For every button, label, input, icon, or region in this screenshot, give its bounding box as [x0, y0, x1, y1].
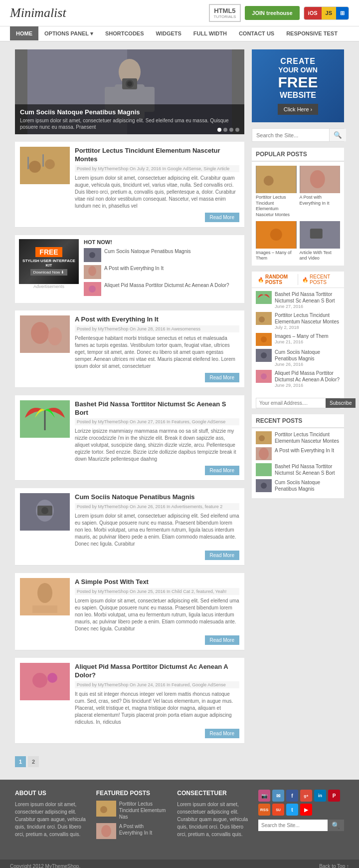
social-rss[interactable]: RSS: [258, 804, 270, 816]
recent-posts-section: Recent Posts Porttitor Lectus Tincidunt …: [252, 414, 344, 498]
post-2: A Post with Everything In It Posted by M…: [15, 310, 244, 388]
tab-random[interactable]: 🔥 RANDOM POSTS: [256, 272, 296, 288]
social-facebook[interactable]: f: [286, 790, 298, 802]
social-twitter[interactable]: t: [286, 804, 298, 816]
social-email[interactable]: ✉: [272, 790, 284, 802]
email-input[interactable]: [256, 398, 326, 408]
hot-thumb-2: [84, 265, 101, 279]
post-6-thumb: [20, 663, 70, 700]
popular-item-4[interactable]: Article With Text and Video: [300, 221, 341, 262]
social-pinterest[interactable]: P: [328, 790, 340, 802]
logo[interactable]: Minimalist: [10, 5, 66, 20]
social-stumbleupon[interactable]: SU: [272, 804, 284, 816]
nav-item-fullwidth[interactable]: FULL WIDTH: [187, 26, 233, 41]
page-1-btn[interactable]: 1: [15, 756, 26, 767]
post-1-read-more[interactable]: Read More: [205, 213, 239, 222]
win-badge: ⊞: [336, 7, 349, 19]
svg-point-55: [259, 448, 269, 460]
social-youtube[interactable]: ▶: [300, 804, 312, 816]
website-ad[interactable]: CREATE YOUR OWN FREE WEBSITE Click Here …: [252, 49, 344, 122]
post-1-title[interactable]: Porttitor Lectus Tincidunt Elementum Nas…: [75, 147, 239, 164]
hot-item-1[interactable]: Cum Sociis Natoque Penatibus Magnis: [84, 248, 240, 262]
recent-title-3: Bashet Pid Nassa Torttitor Nictumst Sc A…: [275, 463, 340, 476]
random-item-5[interactable]: Aliquet Pid Massa Porttitor Dictumst Ac …: [256, 370, 340, 388]
social-instagram[interactable]: 📷: [258, 790, 270, 802]
post-5-meta: Posted by MyThemeShop On June 25, 2016 I…: [75, 588, 239, 595]
random-date-2: July 2, 2018: [275, 325, 340, 330]
random-title-4: Cum Sociis Natoque Penatibus Magnis: [275, 349, 340, 362]
footer-about-text: Lorem ipsum dolor sit amet, consectetuer…: [15, 801, 86, 838]
hot-item-2[interactable]: A Post with Everything In It: [84, 265, 240, 279]
subscribe-btn[interactable]: Subscribe: [326, 398, 356, 408]
treehouse-btn[interactable]: JOIN treehouse: [245, 6, 299, 20]
nav-item-home[interactable]: HOME: [10, 26, 38, 41]
post-3-content: Bashet Pid Nassa Torttitor Nictumst Sc A…: [75, 400, 239, 476]
recent-item-4[interactable]: Cum Sociis Natoque Penatibus Magnis: [256, 479, 340, 492]
random-date-4: June 26, 2016: [275, 362, 340, 367]
post-2-title[interactable]: A Post with Everything In It: [75, 315, 239, 324]
popular-item-1[interactable]: Porttitor Lectus Tincidunt Elementum Nas…: [256, 166, 297, 218]
post-3-title[interactable]: Bashet Pid Nassa Torttitor Nictumst Sc A…: [75, 400, 239, 417]
nav-item-shortcodes[interactable]: SHORTCODES: [99, 26, 150, 41]
nav-item-contact[interactable]: CONTACT US: [233, 26, 280, 41]
random-item-3[interactable]: Images – Many of Them June 21, 2016: [256, 333, 340, 346]
random-text-5: Aliquet Pid Massa Porttitor Dictumst Ac …: [275, 370, 340, 388]
nav-item-options[interactable]: OPTIONS PANEL ▾: [38, 26, 99, 41]
post-4-title[interactable]: Cum Sociis Natoque Penatibus Magnis: [75, 493, 239, 502]
back-to-top[interactable]: Back to Top ↑: [319, 864, 349, 868]
pagination: 1 2: [15, 751, 244, 772]
footer-search-input[interactable]: [258, 820, 328, 831]
random-item-4[interactable]: Cum Sociis Natoque Penatibus Magnis June…: [256, 349, 340, 367]
nav-item-responsive[interactable]: RESPONSIVE TEST: [280, 26, 344, 41]
random-item-1[interactable]: Bashet Pid Nassa Torttitor Nictumst Sc A…: [256, 291, 340, 309]
footer-search-btn[interactable]: 🔍: [328, 820, 344, 831]
social-linkedin[interactable]: in: [314, 790, 326, 802]
post-1-thumb: [20, 147, 70, 184]
post-6-meta: Posted by MyThemeShop On June 24, 2016 I…: [75, 681, 239, 688]
nav-item-widgets[interactable]: WIDGETS: [150, 26, 187, 41]
tab-recent-label: RECENT POSTS: [310, 274, 338, 285]
footer-post-1[interactable]: Porttitor Lectus Tincidunt Elementum Nas: [96, 801, 168, 820]
svg-point-17: [88, 266, 96, 276]
svg-point-27: [41, 507, 48, 514]
recent-item-2[interactable]: A Post with Everything In It: [256, 447, 340, 460]
svg-rect-56: [256, 463, 272, 476]
ad-left[interactable]: FREE STYLISH USER INTERFACE KIT Download…: [19, 239, 79, 290]
footer-post-2[interactable]: A Post with Everything In It: [96, 823, 168, 839]
slider-dot-2[interactable]: [223, 128, 227, 132]
recent-item-3[interactable]: Bashet Pid Nassa Torttitor Nictumst Sc A…: [256, 463, 340, 476]
post-4-read-more[interactable]: Read More: [205, 551, 239, 560]
svg-point-53: [259, 435, 265, 441]
post-6-title[interactable]: Aliquet Pid Massa Porttitor Dictumst Ac …: [75, 663, 239, 680]
post-5-text: Lorem ipsum dolor sit amet, consectetuer…: [75, 597, 239, 632]
ad-download-label: Download Now: [33, 270, 60, 275]
hot-item-3[interactable]: Aliquet Pid Massa Porttitor Dictumst Ac …: [84, 282, 240, 296]
popular-item-3[interactable]: Images – Many of Them: [256, 221, 297, 262]
post-6-read-more[interactable]: Read More: [205, 729, 239, 738]
website-ad-btn[interactable]: Click Here ›: [278, 104, 318, 115]
post-6: Aliquet Pid Massa Porttitor Dictumst Ac …: [15, 658, 244, 744]
slider-dot-1[interactable]: [217, 128, 221, 132]
post-5-read-more[interactable]: Read More: [205, 635, 239, 645]
slider-dot-3[interactable]: [229, 128, 233, 132]
popular-thumb-4: [300, 221, 341, 249]
slider-dot-4[interactable]: [235, 128, 239, 132]
sidebar-search-input[interactable]: [252, 129, 329, 141]
hot-thumb-1: [84, 248, 101, 262]
sidebar-search-btn[interactable]: 🔍: [329, 129, 346, 141]
random-recent-section: 🔥 RANDOM POSTS 🔥 RECENT POSTS: [252, 272, 344, 408]
post-3-read-more[interactable]: Read More: [205, 466, 239, 475]
tab-recent[interactable]: 🔥 RECENT POSTS: [300, 272, 340, 288]
svg-point-11: [45, 159, 55, 169]
recent-item-1[interactable]: Porttitor Lectus Tincidunt Elementum Nas…: [256, 431, 340, 444]
popular-item-2[interactable]: A Post with Everything In It: [300, 166, 341, 218]
main-content: Cum Sociis Natoque Penatibus Magnis Lore…: [15, 49, 244, 772]
social-googleplus[interactable]: g+: [300, 790, 312, 802]
post-2-read-more[interactable]: Read More: [205, 373, 239, 382]
post-5-title[interactable]: A Simple Post With Text: [75, 578, 239, 586]
ad-download-btn[interactable]: Download Now ⬇: [30, 269, 68, 276]
page-2-btn[interactable]: 2: [28, 756, 39, 767]
post-2-footer: Read More: [75, 373, 239, 382]
featured-slider[interactable]: Cum Sociis Natoque Penatibus Magnis Lore…: [15, 49, 244, 134]
random-item-2[interactable]: Porttitor Lectus Tincidunt Elementum Nas…: [256, 312, 340, 330]
